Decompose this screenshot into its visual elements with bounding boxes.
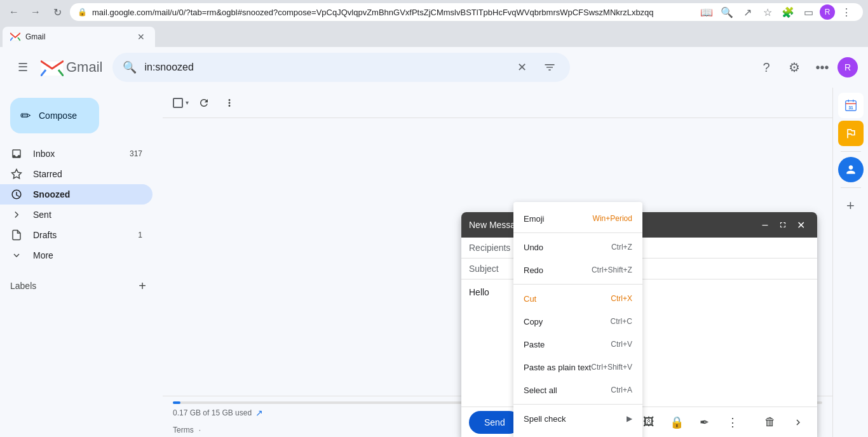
search-bar[interactable]: 🔍 ✕ bbox=[112, 53, 570, 82]
refresh-button[interactable] bbox=[194, 93, 214, 113]
paste-plain-shortcut: Ctrl+Shift+V bbox=[591, 363, 632, 372]
search-filter-button[interactable] bbox=[539, 57, 560, 77]
inbox-icon bbox=[10, 148, 23, 159]
redo-menu-label: Redo bbox=[524, 266, 543, 275]
more-vert-icon bbox=[224, 97, 235, 109]
manage-storage-link[interactable]: ↗ bbox=[255, 408, 263, 418]
drafts-label: Drafts bbox=[33, 230, 128, 240]
terms-link[interactable]: Terms bbox=[173, 426, 194, 434]
compose-minimize-button[interactable]: – bbox=[756, 216, 774, 234]
bookmark-icon[interactable]: ☆ bbox=[759, 3, 776, 21]
share-icon[interactable]: ↗ bbox=[738, 3, 756, 21]
sidebar-item-inbox[interactable]: Inbox 317 bbox=[0, 144, 153, 164]
context-menu-copy[interactable]: Copy Ctrl+C bbox=[513, 310, 642, 333]
email-list-toolbar: ▾ bbox=[163, 88, 832, 118]
emoji-menu-label: Emoji bbox=[524, 214, 545, 224]
lock-button[interactable]: 🔒 bbox=[665, 411, 688, 434]
hamburger-menu-button[interactable]: ☰ bbox=[10, 55, 36, 80]
settings-button[interactable]: ⚙ bbox=[782, 55, 807, 80]
calendar-icon: 31 bbox=[844, 98, 858, 112]
help-button[interactable]: ? bbox=[754, 55, 779, 80]
compose-fullscreen-button[interactable] bbox=[774, 216, 792, 234]
contacts-icon-button[interactable] bbox=[838, 157, 864, 182]
browser-menu-icon[interactable]: ⋮ bbox=[837, 3, 855, 21]
gmail-logo: Gmail bbox=[41, 56, 102, 79]
compose-button[interactable]: ✏ Compose bbox=[10, 98, 99, 133]
compose-body-text: Hello bbox=[469, 287, 489, 297]
sidebar-item-sent[interactable]: Sent bbox=[0, 205, 153, 225]
select-all-checkbox[interactable] bbox=[173, 98, 183, 108]
context-menu-paste-plain[interactable]: Paste as plain text Ctrl+Shift+V bbox=[513, 356, 642, 379]
snoozed-icon bbox=[10, 189, 23, 200]
context-menu-writing-direction[interactable]: Writing Direction ▶ bbox=[513, 430, 642, 437]
active-tab[interactable]: Gmail ✕ bbox=[3, 27, 155, 47]
context-menu-spell-check[interactable]: Spell check ▶ bbox=[513, 407, 642, 430]
tab-bar: Gmail ✕ bbox=[0, 24, 868, 47]
tab-title: Gmail bbox=[25, 32, 130, 41]
svg-text:31: 31 bbox=[848, 105, 853, 110]
compose-expand-button[interactable] bbox=[787, 411, 810, 434]
tab-close-button[interactable]: ✕ bbox=[135, 30, 147, 43]
read-mode-icon[interactable]: 📖 bbox=[698, 3, 715, 21]
gmail-logo-icon bbox=[41, 56, 64, 79]
context-menu-undo[interactable]: Undo Ctrl+Z bbox=[513, 236, 642, 259]
add-label-button[interactable]: + bbox=[132, 276, 153, 296]
signature-button[interactable]: ✒ bbox=[693, 411, 716, 434]
sidebar-item-drafts[interactable]: Drafts 1 bbox=[0, 225, 153, 245]
select-dropdown-icon[interactable]: ▾ bbox=[186, 99, 189, 106]
extensions-icon[interactable]: 🧩 bbox=[779, 3, 797, 21]
send-button[interactable]: Send bbox=[469, 411, 520, 434]
sidebar-item-more[interactable]: More bbox=[0, 245, 153, 266]
labels-title: Labels bbox=[10, 281, 36, 291]
apps-button[interactable]: ••• bbox=[810, 55, 835, 80]
right-sidebar-divider-2 bbox=[841, 187, 861, 188]
select-checkbox-area[interactable]: ▾ bbox=[173, 98, 189, 108]
emoji-shortcut: Win+Period bbox=[593, 214, 632, 223]
expand-icon bbox=[792, 417, 804, 428]
context-menu-cut[interactable]: Cut Ctrl+X bbox=[513, 287, 642, 310]
search-icon-button[interactable]: 🔍 bbox=[123, 60, 137, 74]
more-compose-options[interactable]: ⋮ bbox=[721, 411, 744, 434]
copy-shortcut: Ctrl+C bbox=[611, 317, 632, 326]
address-bar[interactable]: 🔒 mail.google.com/mail/u/0/?tab=rm&ogbl#… bbox=[70, 3, 863, 21]
zoom-icon[interactable]: 🔍 bbox=[718, 3, 736, 21]
context-menu-select-all[interactable]: Select all Ctrl+A bbox=[513, 379, 642, 401]
sidebar-item-starred[interactable]: Starred bbox=[0, 164, 153, 184]
add-app-button[interactable]: + bbox=[838, 193, 864, 218]
starred-label: Starred bbox=[33, 169, 142, 179]
storage-usage-text: 0.17 GB of 15 GB used bbox=[173, 408, 252, 417]
forward-button[interactable]: → bbox=[27, 3, 44, 21]
context-menu-paste[interactable]: Paste Ctrl+V bbox=[513, 333, 642, 356]
refresh-icon bbox=[198, 97, 210, 109]
tasks-icon-button[interactable] bbox=[838, 121, 864, 146]
browser-action-icons: 📖 🔍 ↗ ☆ 🧩 ▭ R ⋮ bbox=[698, 3, 855, 21]
context-menu-redo[interactable]: Redo Ctrl+Shift+Z bbox=[513, 259, 642, 281]
lock-icon: 🔒 bbox=[78, 8, 87, 17]
compose-close-button[interactable]: ✕ bbox=[792, 216, 810, 234]
back-button[interactable]: ← bbox=[5, 3, 23, 21]
sidebar-item-snoozed[interactable]: Snoozed bbox=[0, 184, 153, 205]
cut-menu-label: Cut bbox=[524, 294, 536, 304]
context-menu-emoji[interactable]: Emoji Win+Period bbox=[513, 207, 642, 230]
profile-avatar[interactable]: R bbox=[837, 57, 858, 77]
paste-menu-label: Paste bbox=[524, 340, 545, 349]
search-clear-button[interactable]: ✕ bbox=[512, 57, 532, 77]
right-sidebar-divider bbox=[841, 151, 861, 152]
subject-placeholder: Subject bbox=[469, 264, 499, 274]
window-icon[interactable]: ▭ bbox=[799, 3, 817, 21]
footer-separator: · bbox=[199, 426, 201, 434]
cut-shortcut: Ctrl+X bbox=[611, 294, 632, 303]
browser-profile[interactable]: R bbox=[820, 4, 835, 20]
inbox-label: Inbox bbox=[33, 149, 119, 159]
context-menu: Emoji Win+Period Undo Ctrl+Z Redo Ctrl+S… bbox=[513, 202, 642, 437]
search-input[interactable] bbox=[144, 62, 504, 73]
select-all-label: Select all bbox=[524, 386, 557, 395]
calendar-icon-button[interactable]: 31 bbox=[838, 93, 864, 118]
more-toolbar-button[interactable] bbox=[219, 93, 240, 113]
paste-plain-label: Paste as plain text bbox=[524, 363, 591, 372]
gmail-m-svg bbox=[41, 58, 64, 76]
fullscreen-icon bbox=[778, 220, 787, 229]
reload-button[interactable]: ↻ bbox=[48, 3, 66, 21]
labels-section: Labels + bbox=[0, 266, 163, 301]
delete-draft-button[interactable]: 🗑 bbox=[759, 411, 782, 434]
